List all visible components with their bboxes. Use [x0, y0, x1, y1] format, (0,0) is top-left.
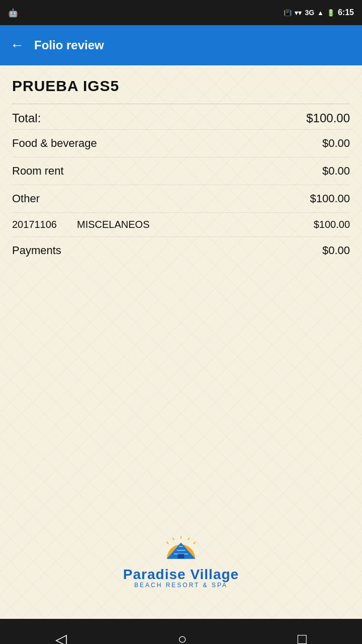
room-rent-row: Room rent $0.00 — [12, 157, 350, 185]
food-beverage-value: $0.00 — [322, 137, 350, 150]
payments-row: Payments $0.00 — [12, 236, 350, 264]
vibrate-icon: 📳 — [284, 9, 292, 17]
svg-line-1 — [188, 538, 190, 540]
other-row: Other $100.00 — [12, 185, 350, 212]
status-bar: 🤖 📳 ▾▾ 3G ▲ 🔋 6:15 — [0, 0, 362, 25]
total-value: $100.00 — [306, 111, 350, 125]
svg-line-2 — [194, 542, 196, 544]
svg-line-4 — [166, 542, 168, 544]
logo-name: Paradise Village — [123, 567, 239, 583]
brand-logo: Paradise Village BEACH RESORT & SPA — [123, 536, 239, 589]
transaction-description: MISCELANEOS — [77, 219, 149, 230]
food-beverage-row: Food & beverage $0.00 — [12, 129, 350, 157]
room-rent-label: Room rent — [12, 165, 64, 178]
battery-icon: 🔋 — [327, 9, 335, 17]
svg-rect-9 — [178, 554, 185, 558]
transaction-left: 20171106 MISCELANEOS — [12, 219, 149, 230]
page-title: Folio review — [34, 38, 104, 52]
nav-back-button[interactable]: ◁ — [55, 630, 67, 645]
total-label: Total: — [12, 111, 41, 125]
nav-bar: ◁ ○ □ — [0, 619, 362, 644]
total-row: Total: $100.00 — [12, 104, 350, 129]
svg-line-3 — [172, 538, 174, 540]
guest-name: PRUEBA IGS5 — [12, 77, 350, 95]
food-beverage-label: Food & beverage — [12, 137, 97, 150]
nav-recent-button[interactable]: □ — [298, 630, 307, 644]
signal-bars-icon: ▲ — [317, 9, 324, 17]
wifi-icon: ▾▾ — [295, 9, 302, 17]
clock: 6:15 — [338, 8, 354, 17]
transaction-date: 20171106 — [12, 219, 57, 230]
logo-area: Paradise Village BEACH RESORT & SPA — [0, 536, 362, 589]
logo-subtitle: BEACH RESORT & SPA — [134, 582, 228, 589]
folio-details: PRUEBA IGS5 Total: $100.00 Food & bevera… — [0, 65, 362, 274]
folio-content: PRUEBA IGS5 Total: $100.00 Food & bevera… — [0, 65, 362, 619]
back-button[interactable]: ← — [10, 37, 24, 53]
payments-value: $0.00 — [322, 244, 350, 257]
transaction-row: 20171106 MISCELANEOS $100.00 — [12, 212, 350, 236]
room-rent-value: $0.00 — [322, 165, 350, 178]
pyramid-icon — [146, 536, 216, 567]
android-icon: 🤖 — [8, 8, 18, 18]
other-label: Other — [12, 192, 40, 205]
signal-strength: 3G — [305, 9, 314, 17]
transaction-value: $100.00 — [314, 219, 350, 230]
payments-label: Payments — [12, 244, 61, 257]
status-right: 📳 ▾▾ 3G ▲ 🔋 6:15 — [284, 8, 354, 17]
status-left: 🤖 — [8, 8, 18, 18]
other-value: $100.00 — [310, 192, 350, 205]
app-bar: ← Folio review — [0, 25, 362, 65]
nav-home-button[interactable]: ○ — [177, 630, 187, 644]
